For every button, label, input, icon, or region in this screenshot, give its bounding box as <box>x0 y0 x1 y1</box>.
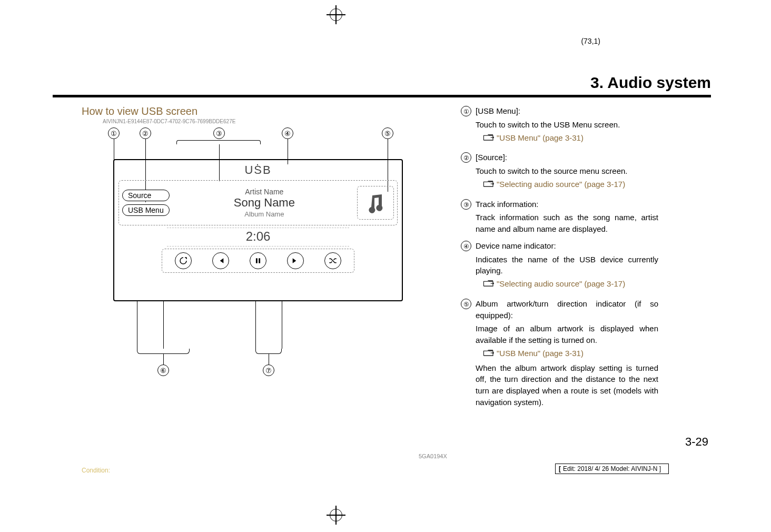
item-text: Touch to switch to the USB Menu screen. <box>476 119 658 131</box>
previous-track-button[interactable] <box>212 252 229 269</box>
section-reference-code: AIVINJN1-E9144E87-0DC7-4702-9C76-7699BDD… <box>103 119 450 124</box>
track-text: Artist Name Song Name Album Name <box>175 188 354 219</box>
track-info-area: Source USB Menu Artist Name Song Name Al… <box>118 180 398 225</box>
item-label: Device name indicator: <box>476 240 658 252</box>
screen-frame: USB Source USB Menu Artist Name Song Nam… <box>113 159 403 301</box>
callout-7: ⑦ <box>263 364 274 376</box>
item-number: ① <box>461 106 471 116</box>
play-time: 2:06 <box>167 228 349 247</box>
item-text: Indicates the name of the USB device cur… <box>476 254 658 277</box>
cross-reference: "Selecting audio source" (page 3-17) <box>483 278 658 290</box>
left-column: How to view USB screen AIVINJN1-E9144E87… <box>82 105 450 380</box>
reference-icon <box>483 280 495 287</box>
leader-line <box>269 354 269 364</box>
song-name: Song Name <box>175 196 354 210</box>
list-item: ⑤ Album artwork/turn direction indicator… <box>461 298 658 408</box>
item-text-continued: When the album artwork display setting i… <box>476 362 658 408</box>
figure-code: 5GA0194X <box>419 453 447 459</box>
page-content: (73,1) 3. Audio system How to view USB s… <box>53 32 721 490</box>
page-number: 3-29 <box>685 435 708 449</box>
callout-1: ① <box>108 127 120 139</box>
leader-line <box>163 354 164 364</box>
cross-reference: "USB Menu" (page 3-31) <box>483 132 658 144</box>
reference-text: "Selecting audio source" (page 3-17) <box>497 179 625 190</box>
repeat-button[interactable] <box>175 252 192 269</box>
item-label: [Source]: <box>476 152 658 163</box>
callout-6: ⑥ <box>157 364 169 376</box>
pause-button[interactable] <box>250 252 266 269</box>
reference-icon <box>483 180 495 188</box>
item-text: Touch to switch to the source menu scree… <box>476 165 658 177</box>
item-label: Album artwork/turn direction indicator (… <box>476 298 658 321</box>
cross-reference: "USB Menu" (page 3-31) <box>483 348 658 359</box>
sheet-reference: (73,1) <box>581 37 600 45</box>
title-rule <box>53 95 711 97</box>
svg-rect-0 <box>256 258 258 263</box>
leader-line <box>163 301 164 349</box>
list-item: ③ Track information: Track information s… <box>461 199 658 235</box>
usb-menu-button[interactable]: USB Menu <box>122 204 170 216</box>
playback-controls <box>162 249 354 273</box>
music-note-icon <box>365 192 386 213</box>
artist-name: Artist Name <box>175 188 354 196</box>
leader-line <box>282 301 282 349</box>
usb-screen-diagram: ① ② ③ ④ ⑤ USB Source USB Menu Art <box>108 127 408 380</box>
shuffle-button[interactable] <box>324 252 341 269</box>
item-number: ③ <box>461 199 471 210</box>
next-track-button[interactable] <box>287 252 304 269</box>
item-text: Image of an album artwork is displayed w… <box>476 323 658 346</box>
leader-line <box>137 301 137 349</box>
reference-icon <box>483 349 495 357</box>
registration-mark-top <box>327 5 345 24</box>
item-label: Track information: <box>476 199 658 210</box>
reference-text: "USB Menu" (page 3-31) <box>497 132 584 144</box>
item-text: Track information such as the song name,… <box>476 212 658 235</box>
callout-2: ② <box>140 127 151 139</box>
source-button[interactable]: Source <box>122 190 170 201</box>
section-heading: How to view USB screen <box>82 105 450 117</box>
right-column: ① [USB Menu]: Touch to switch to the USB… <box>461 105 658 413</box>
registration-mark-bottom <box>327 506 345 525</box>
reference-text: "USB Menu" (page 3-31) <box>497 348 584 359</box>
leader-line <box>255 301 256 349</box>
callout-brace <box>255 349 282 354</box>
callout-4: ④ <box>282 127 293 139</box>
item-label: [USB Menu]: <box>476 105 658 117</box>
condition-label: Condition: <box>82 467 110 474</box>
list-item: ④ Device name indicator: Indicates the n… <box>461 240 658 293</box>
album-name: Album Name <box>175 210 354 219</box>
reference-text: "Selecting audio source" (page 3-17) <box>497 278 625 290</box>
album-artwork-box <box>357 186 394 220</box>
item-number: ② <box>461 152 471 163</box>
callout-5: ⑤ <box>382 127 393 139</box>
item-number: ⑤ <box>461 299 471 309</box>
callout-brace <box>176 140 261 144</box>
bottom-callouts: ⑥ ⑦ <box>113 307 403 380</box>
callout-brace <box>137 349 190 354</box>
list-item: ② [Source]: Touch to switch to the sourc… <box>461 152 658 193</box>
svg-rect-1 <box>259 258 260 263</box>
device-name-indicator: USB <box>114 160 402 178</box>
item-number: ④ <box>461 241 471 251</box>
edit-info: [Edit: 2018/ 4/ 26 Model: AIVINJ-N ] <box>555 464 669 474</box>
callout-3: ③ <box>213 127 225 139</box>
list-item: ① [USB Menu]: Touch to switch to the USB… <box>461 105 658 146</box>
chapter-title: 3. Audio system <box>590 74 711 92</box>
reference-icon <box>483 134 495 141</box>
cross-reference: "Selecting audio source" (page 3-17) <box>483 179 658 190</box>
